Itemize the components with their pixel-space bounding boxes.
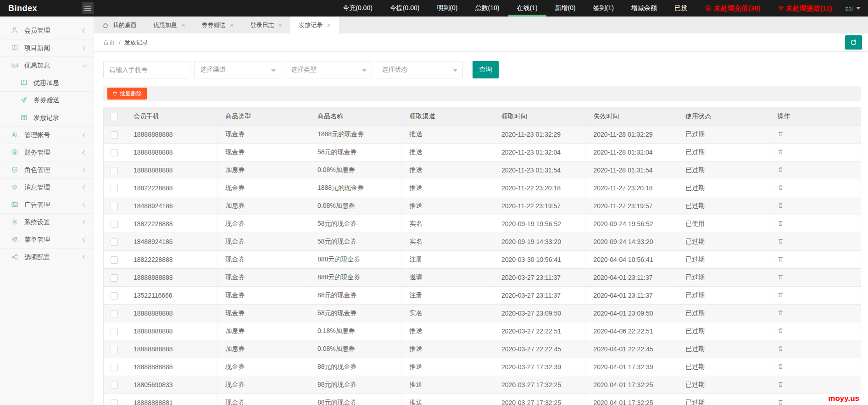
sidebar-item-项目新闻[interactable]: 项目新闻 (0, 39, 94, 57)
trash-icon (112, 91, 117, 96)
sidebar-item-优惠加息[interactable]: 优惠加息 (0, 57, 94, 74)
row-checkbox-cell (104, 251, 125, 269)
trash-icon[interactable] (778, 238, 784, 244)
tab-优惠加息[interactable]: 优惠加息× (145, 17, 194, 33)
refresh-button[interactable] (845, 35, 862, 50)
row-checkbox[interactable] (111, 274, 118, 282)
topbar-stat-item[interactable]: 今充(0.00) (334, 0, 381, 17)
close-icon[interactable]: × (230, 22, 234, 28)
sidebar-item-广告管理[interactable]: 广告管理 (0, 196, 94, 214)
phone-input[interactable] (103, 61, 190, 78)
table-cell: 注册 (401, 287, 493, 305)
table-cell: 已过期 (677, 358, 769, 376)
sidebar-item-会员管理[interactable]: 会员管理 (0, 22, 94, 39)
sidebar-item-角色管理[interactable]: 角色管理 (0, 161, 94, 179)
table-cell: 2020-11-22 23:20:18 (493, 179, 585, 197)
topbar-alert-item[interactable]: 未处理提款(11) (769, 0, 841, 17)
row-checkbox[interactable] (111, 131, 118, 139)
row-checkbox[interactable] (111, 346, 118, 353)
topbar-stat-item[interactable]: 新增(0) (546, 0, 584, 17)
hamburger-menu-icon[interactable] (82, 2, 94, 14)
row-checkbox-cell (104, 126, 125, 144)
trash-icon[interactable] (778, 149, 784, 155)
trash-icon[interactable] (778, 310, 784, 316)
sidebar-item-管理帐号[interactable]: 管理帐号 (0, 127, 94, 144)
trash-icon[interactable] (778, 292, 784, 298)
row-actions-cell (769, 376, 861, 394)
close-icon[interactable]: × (278, 22, 283, 28)
topbar-stat-item[interactable]: 今提(0.00) (381, 0, 428, 17)
table-cell: 18888888881 (125, 394, 217, 405)
row-checkbox[interactable] (111, 382, 118, 389)
tab-券券赠送[interactable]: 券券赠送× (194, 17, 242, 33)
trash-icon[interactable] (778, 363, 784, 370)
sidebar-item-菜单管理[interactable]: 菜单管理 (0, 231, 94, 249)
trash-icon[interactable] (778, 184, 784, 191)
sidebar-item-财务管理[interactable]: 财务管理 (0, 144, 94, 161)
sidebar-item-系统设置[interactable]: 系统设置 (0, 214, 94, 231)
row-checkbox[interactable] (111, 185, 118, 192)
topbar-alert-item[interactable]: 未处理充值(30) (696, 0, 769, 17)
trash-icon[interactable] (778, 381, 784, 388)
row-checkbox[interactable] (111, 203, 118, 210)
breadcrumb-home-link[interactable]: 首页 (103, 39, 115, 47)
topbar-stat-item[interactable]: 签到(1) (584, 0, 623, 17)
trash-icon[interactable] (778, 345, 784, 352)
trash-icon[interactable] (778, 220, 784, 227)
row-checkbox[interactable] (111, 292, 118, 300)
row-checkbox[interactable] (111, 149, 118, 156)
sidebar-item-选项配置[interactable]: 选项配置 (0, 249, 94, 266)
table-row: 18888888881现金券88元的现金券推送2020-03-27 17:32:… (104, 394, 861, 405)
sidebar-item-发放记录[interactable]: 发放记录 (0, 109, 94, 127)
sidebar-item-label: 券券赠送 (33, 96, 86, 105)
tab-我的桌面[interactable]: 我的桌面 (94, 17, 145, 33)
topbar-stat-item[interactable]: 明到(0) (428, 0, 466, 17)
type-select[interactable]: 选择类型 (285, 61, 372, 78)
table-icon (20, 114, 28, 122)
trash-icon[interactable] (778, 274, 784, 280)
trash-icon[interactable] (778, 327, 784, 334)
trash-icon[interactable] (778, 399, 784, 405)
row-checkbox[interactable] (111, 221, 118, 228)
trash-icon[interactable] (778, 256, 784, 262)
table-row: 18488924186现金券58元的现金券实名2020-09-19 14:33:… (104, 233, 861, 251)
select-all-checkbox[interactable] (111, 113, 118, 120)
trash-icon[interactable] (778, 166, 784, 173)
trash-icon[interactable] (778, 131, 784, 137)
row-checkbox[interactable] (111, 310, 118, 317)
table-row: 18822228888现金券58元的现金券实名2020-09-19 19:56:… (104, 215, 861, 233)
table-cell: 加息券 (217, 161, 309, 179)
row-checkbox-cell (104, 340, 125, 358)
tab-登录日志[interactable]: 登录日志× (242, 17, 291, 33)
row-checkbox[interactable] (111, 328, 118, 335)
trash-icon[interactable] (778, 202, 784, 209)
sidebar-item-label: 项目新闻 (24, 44, 83, 52)
sidebar-item-券券赠送[interactable]: 券券赠送 (0, 92, 94, 109)
row-actions-cell (769, 215, 861, 233)
topbar-stat-item[interactable]: 总数(10) (467, 0, 508, 17)
close-icon[interactable]: × (327, 22, 331, 28)
table-cell: 现金券 (217, 215, 309, 233)
sidebar-item-优惠加息[interactable]: 优惠加息 (0, 74, 94, 92)
topbar-stat-item[interactable]: 已投 (666, 0, 696, 17)
image-icon (11, 61, 19, 69)
close-icon[interactable]: × (181, 22, 185, 28)
row-checkbox[interactable] (111, 167, 118, 174)
sidebar-item-消息管理[interactable]: 消息管理 (0, 179, 94, 196)
row-checkbox[interactable] (111, 399, 118, 405)
table-cell: 推送 (401, 358, 493, 376)
table-cell: 0.18%加息券 (309, 322, 401, 340)
row-checkbox[interactable] (111, 239, 118, 246)
table-row: 18888888888现金券1888元的现金券推送2020-11-23 01:3… (104, 126, 861, 144)
topbar-stat-item[interactable]: 增减余额 (623, 0, 666, 17)
book-icon (11, 44, 19, 52)
row-checkbox[interactable] (111, 256, 118, 264)
tab-发放记录[interactable]: 发放记录× (290, 17, 339, 33)
user-menu[interactable]: zai (840, 5, 868, 12)
channel-select[interactable]: 选择渠道 (194, 61, 281, 78)
row-checkbox[interactable] (111, 364, 118, 371)
batch-delete-button[interactable]: 批量删除 (107, 88, 147, 100)
search-button[interactable]: 查询 (473, 61, 499, 78)
status-select[interactable]: 选择状态 (376, 61, 463, 78)
topbar-stat-item[interactable]: 在线(1) (508, 0, 546, 17)
